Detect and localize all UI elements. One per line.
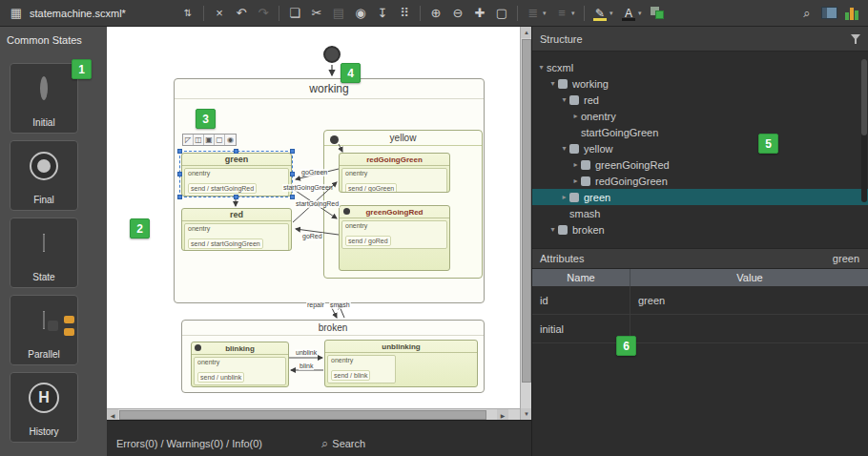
- adjust-states-icon[interactable]: ≡: [551, 4, 572, 23]
- transition-label-gored[interactable]: goRed: [301, 233, 323, 240]
- undo-icon[interactable]: ↶: [231, 4, 252, 23]
- state-unblinking[interactable]: unblinking onentry send / blink: [324, 340, 478, 387]
- font-color-icon[interactable]: A: [618, 4, 639, 23]
- tool-split-icon[interactable]: ◫: [194, 135, 204, 145]
- selection-handle[interactable]: [290, 149, 295, 154]
- expand-icon[interactable]: ▾: [559, 95, 569, 104]
- canvas-horizontal-scrollbar[interactable]: ◀ ▶: [107, 408, 520, 420]
- blinking-initial-dot[interactable]: [195, 344, 201, 351]
- screenshot-icon[interactable]: ◉: [350, 4, 371, 23]
- expand-icon[interactable]: ▸: [559, 193, 569, 201]
- search-toolbar-icon[interactable]: ⌕: [796, 4, 817, 23]
- transition-label-blink[interactable]: blink: [299, 363, 314, 370]
- transition-label-repair[interactable]: repair: [306, 301, 325, 309]
- copy-icon[interactable]: ❏: [284, 4, 305, 23]
- canvas-vertical-scrollbar[interactable]: ▲ ▼: [520, 27, 531, 420]
- open-file-name[interactable]: statemachine.scxml*: [30, 8, 171, 19]
- transition-label-startgoinggreen[interactable]: startGoingGreen: [282, 184, 326, 192]
- file-switcher-icon[interactable]: ⇅: [177, 4, 198, 23]
- tool-resize-icon[interactable]: ◸: [183, 135, 194, 145]
- state-red[interactable]: red onentry send / startGoingGreen: [181, 208, 292, 251]
- diagram-canvas[interactable]: working ◸ ◫ ▣ ▢ ◉ green onentry send / s…: [107, 27, 531, 420]
- tool-zoom-state-icon[interactable]: ▣: [204, 135, 215, 145]
- state-green[interactable]: green onentry send / startGoingRed: [181, 153, 292, 197]
- pan-icon[interactable]: ✚: [469, 4, 490, 23]
- highlighter-color-icon[interactable]: ✎: [589, 4, 610, 23]
- tree-item-greengoingred[interactable]: ▸ greenGoingRed: [532, 156, 868, 173]
- palette-parallel-button[interactable]: Parallel: [10, 295, 78, 365]
- redo-icon[interactable]: ↷: [253, 4, 274, 23]
- export-icon[interactable]: ↧: [372, 4, 393, 23]
- state-color-icon[interactable]: [650, 6, 667, 21]
- diagram-surface[interactable]: working ◸ ◫ ▣ ▢ ◉ green onentry send / s…: [107, 27, 520, 408]
- fit-to-view-icon[interactable]: ▢: [491, 4, 512, 23]
- palette-final-button[interactable]: Final: [10, 140, 78, 211]
- expand-icon[interactable]: ▸: [570, 160, 581, 169]
- expand-icon[interactable]: ▾: [548, 225, 558, 234]
- tree-item-green-selected[interactable]: ▸ green: [532, 189, 868, 205]
- transition-label-smash[interactable]: smash: [329, 301, 351, 309]
- tool-box-icon[interactable]: ▢: [215, 135, 225, 145]
- tree-item-startgoinggreen[interactable]: startGoingGreen: [532, 124, 868, 140]
- zoom-in-icon[interactable]: ⊕: [425, 4, 446, 23]
- align-states-icon[interactable]: ≣: [523, 4, 544, 23]
- attr-value-id[interactable]: green: [630, 286, 868, 314]
- tree-item-scxml[interactable]: ▾ scxml: [532, 59, 868, 75]
- transition-label-startgoingred[interactable]: startGoingRed: [295, 200, 340, 208]
- palette-state-button[interactable]: State: [10, 218, 78, 288]
- selection-handle[interactable]: [177, 149, 182, 154]
- transition-label-unblink[interactable]: unblink: [295, 349, 318, 357]
- tree-item-onentry[interactable]: ▸ onentry: [532, 108, 868, 124]
- tree-item-yellow[interactable]: ▾ yellow: [532, 140, 868, 156]
- state-greengoingred[interactable]: greenGoingRed onentry send / goRed: [339, 205, 450, 271]
- errors-warnings-info[interactable]: Errors(0) / Warnings(0) / Info(0): [116, 438, 262, 449]
- zoom-out-icon[interactable]: ⊖: [447, 4, 468, 23]
- selection-handle[interactable]: [234, 149, 238, 154]
- selection-handle[interactable]: [177, 195, 182, 199]
- tree-item-red[interactable]: ▾ red: [532, 92, 868, 108]
- tree-scroll-thumb[interactable]: [861, 59, 867, 135]
- state-blinking[interactable]: blinking onentry send / unblink: [191, 342, 289, 387]
- tree-item-smash[interactable]: smash: [532, 205, 868, 221]
- align-dropdown-icon[interactable]: ▾: [543, 10, 550, 17]
- adjust-grid-icon[interactable]: ⠿: [394, 4, 415, 23]
- tool-color-icon[interactable]: ◉: [225, 135, 236, 145]
- tree-item-redgoinggreen[interactable]: ▸ redGoingGreen: [532, 173, 868, 189]
- horizontal-scroll-thumb[interactable]: [119, 410, 486, 420]
- selection-handle[interactable]: [290, 195, 295, 199]
- navigator-panel-icon[interactable]: [821, 7, 837, 19]
- statistics-icon[interactable]: [845, 7, 858, 20]
- expand-icon[interactable]: ▾: [548, 79, 558, 88]
- attribute-row-initial[interactable]: initial: [532, 315, 868, 343]
- selection-handle[interactable]: [290, 172, 295, 176]
- selection-handle[interactable]: [234, 195, 238, 199]
- expand-icon[interactable]: ▾: [536, 63, 547, 72]
- expand-icon[interactable]: ▸: [570, 176, 581, 185]
- palette-history-button[interactable]: H History: [10, 372, 78, 443]
- initial-state-node[interactable]: [323, 46, 341, 63]
- attr-value-initial[interactable]: [630, 315, 868, 342]
- font-color-dropdown-icon[interactable]: ▾: [638, 10, 646, 17]
- state-redgoinggreen[interactable]: redGoingGreen onentry send / goGreen: [339, 153, 450, 193]
- greengoingred-dot[interactable]: [343, 208, 350, 215]
- highlighter-dropdown-icon[interactable]: ▾: [610, 10, 617, 17]
- close-document-icon[interactable]: ×: [209, 4, 230, 23]
- selection-handle[interactable]: [177, 172, 182, 176]
- step-badge-2: 2: [130, 218, 150, 238]
- yellow-initial-dot[interactable]: [330, 135, 339, 144]
- attribute-row-id[interactable]: id green: [532, 286, 868, 315]
- filter-icon[interactable]: [850, 33, 861, 45]
- tree-scrollbar[interactable]: [861, 59, 867, 202]
- cut-icon[interactable]: ✂: [306, 4, 327, 23]
- expand-icon[interactable]: ▾: [559, 144, 569, 153]
- paste-icon[interactable]: ▤: [328, 4, 349, 23]
- tree-item-working[interactable]: ▾ working: [532, 75, 868, 92]
- search-control[interactable]: ⌕ Search: [321, 436, 365, 451]
- selection-mini-toolbar[interactable]: ◸ ◫ ▣ ▢ ◉: [182, 134, 237, 146]
- palette-initial-button[interactable]: Initial: [10, 63, 78, 134]
- tree-item-broken[interactable]: ▾ broken: [532, 221, 868, 238]
- transition-label-gogreen[interactable]: goGreen: [300, 169, 328, 176]
- adjust-dropdown-icon[interactable]: ▾: [571, 10, 579, 17]
- expand-icon[interactable]: ▸: [570, 112, 581, 120]
- vertical-scroll-thumb[interactable]: [522, 39, 531, 383]
